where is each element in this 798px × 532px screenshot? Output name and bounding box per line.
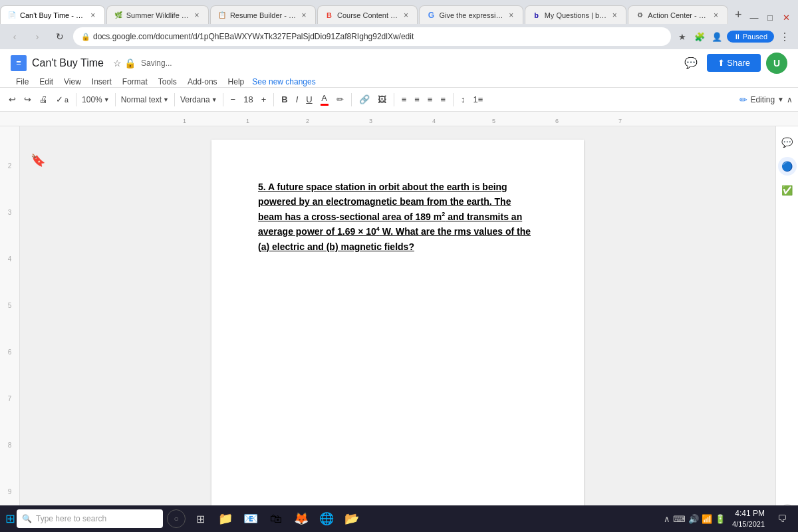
taskbar-clock[interactable]: 4:41 PM 4/15/2021 <box>730 508 767 529</box>
align-right-button[interactable]: ≡ <box>424 90 436 109</box>
tab-close-1[interactable]: × <box>88 11 98 20</box>
back-button[interactable]: ‹ <box>5 27 24 46</box>
menu-help[interactable]: Help <box>223 75 250 88</box>
menu-format[interactable]: Format <box>117 75 153 88</box>
tab-close-2[interactable]: × <box>192 11 201 20</box>
document-area: 🔖 5. A future space station in orbit abo… <box>20 126 775 532</box>
profile-icon[interactable]: 👤 <box>710 29 724 44</box>
list-numbered-button[interactable]: 1≡ <box>470 90 487 109</box>
windows-start-button[interactable]: ⊞ <box>5 511 15 526</box>
taskbar-firefox[interactable]: 🦊 <box>289 507 313 531</box>
font-size-input[interactable]: 18 <box>240 90 256 109</box>
underline-button[interactable]: U <box>303 90 315 109</box>
app-header: ≡ Can't Buy Time ☆ 🔒 Saving... 💬 ⬆ Share… <box>0 49 798 88</box>
taskbar-search-box[interactable]: 🔍 Type here to search <box>17 509 163 528</box>
editing-arrow[interactable]: ▼ <box>777 96 784 103</box>
right-sidebar: 💬 🔵 ✅ + <box>775 126 798 532</box>
font-size-increase[interactable]: + <box>258 90 270 109</box>
italic-button[interactable]: I <box>293 90 302 109</box>
tab-resume-builder[interactable]: 📋 Resume Builder - P... × <box>210 5 316 24</box>
font-select[interactable]: Verdana ▼ <box>179 91 219 108</box>
undo-button[interactable]: ↩ <box>5 90 19 109</box>
tab-cant-buy-time[interactable]: 📄 Can't Buy Time - G... × <box>0 5 105 24</box>
align-center-button[interactable]: ≡ <box>411 90 423 109</box>
refresh-button[interactable]: ↻ <box>51 27 69 46</box>
highlight-button[interactable]: ✏ <box>333 90 347 109</box>
spell-check-button[interactable]: ✓a <box>53 90 72 109</box>
taskbar-file-explorer[interactable]: 📁 <box>213 507 237 531</box>
extension-icon[interactable]: 🧩 <box>692 29 707 44</box>
comment-button[interactable]: 💬 <box>680 53 702 74</box>
forward-button[interactable]: › <box>28 27 47 46</box>
taskbar-search-placeholder: Type here to search <box>36 514 106 523</box>
taskbar-task-view[interactable]: ⊞ <box>188 507 212 531</box>
tab-close-4[interactable]: × <box>401 11 410 20</box>
tab-action-center[interactable]: ⚙ Action Center - O... × <box>628 5 728 24</box>
menu-addons[interactable]: Add-ons <box>182 75 223 88</box>
minimize-button[interactable]: — <box>747 11 761 24</box>
editing-label[interactable]: Editing <box>750 95 775 104</box>
taskbar-chrome[interactable]: 🌐 <box>315 507 338 531</box>
close-window-button[interactable]: ✕ <box>779 11 793 24</box>
margin-num-7: 8 <box>8 439 12 485</box>
power-icon[interactable]: 🔋 <box>715 514 726 524</box>
lock-icon[interactable]: 🔒 <box>124 58 136 68</box>
taskbar-folder[interactable]: 📂 <box>340 507 364 531</box>
zoom-select[interactable]: 100% ▼ <box>80 91 111 108</box>
tab-close-5[interactable]: × <box>507 11 516 20</box>
redo-button[interactable]: ↪ <box>21 90 35 109</box>
network-icon[interactable]: 📶 <box>702 514 712 524</box>
align-left-button[interactable]: ≡ <box>398 90 410 109</box>
tab-close-7[interactable]: × <box>712 11 721 20</box>
menu-tools[interactable]: Tools <box>153 75 182 88</box>
see-new-changes-link[interactable]: See new changes <box>252 77 315 86</box>
tab-favicon-3: 📋 <box>217 11 227 20</box>
document-title[interactable]: Can't Buy Time <box>32 57 104 69</box>
ruler-mark-7: 7 <box>618 118 622 124</box>
ruler-mark-4: 4 <box>432 118 436 124</box>
taskbar-store[interactable]: 🛍 <box>264 507 288 531</box>
history-sidebar-icon[interactable]: 🔵 <box>778 157 797 176</box>
font-size-decrease[interactable]: − <box>227 90 239 109</box>
new-tab-button[interactable]: + <box>730 5 747 24</box>
volume-icon[interactable]: 🔊 <box>688 514 699 524</box>
browser-menu-button[interactable]: ⋮ <box>777 31 793 43</box>
chat-sidebar-icon[interactable]: 💬 <box>778 133 797 152</box>
tab-close-3[interactable]: × <box>299 11 309 20</box>
bold-button[interactable]: B <box>278 90 291 109</box>
cortana-button[interactable]: ○ <box>167 509 186 528</box>
menu-insert[interactable]: Insert <box>86 75 117 88</box>
image-button[interactable]: 🖼 <box>374 90 390 109</box>
font-color-button[interactable]: A <box>317 90 332 109</box>
print-button[interactable]: 🖨 <box>36 90 51 109</box>
line-spacing-button[interactable]: ↕ <box>458 90 469 109</box>
tab-my-questions[interactable]: b My Questions | ba... × <box>525 5 627 24</box>
tray-up-arrow[interactable]: ∧ <box>664 514 670 524</box>
tab-summer-wildlife[interactable]: 🌿 Summer Wildlife P... × <box>106 5 209 24</box>
share-button[interactable]: ⬆ Share <box>707 54 761 72</box>
menu-edit[interactable]: Edit <box>34 75 59 88</box>
keyboard-icon[interactable]: ⌨ <box>673 514 686 524</box>
tab-favicon-2: 🌿 <box>114 11 123 20</box>
tab-close-6[interactable]: × <box>610 11 619 20</box>
expand-icon[interactable]: ∧ <box>787 95 793 104</box>
document-page[interactable]: 5. A future space station in orbit about… <box>211 140 584 519</box>
tab-title-3: Resume Builder - P... <box>230 11 297 19</box>
notification-center-button[interactable]: 🗨 <box>771 507 793 531</box>
star-icon[interactable]: ☆ <box>113 58 122 68</box>
taskbar-mail[interactable]: 📧 <box>239 507 263 531</box>
maximize-button[interactable]: □ <box>763 11 777 24</box>
tab-give-expression[interactable]: G Give the expressio... × <box>419 5 523 24</box>
link-button[interactable]: 🔗 <box>356 90 373 109</box>
user-avatar[interactable]: U <box>766 53 787 74</box>
menu-view[interactable]: View <box>59 75 86 88</box>
justify-button[interactable]: ≡ <box>437 90 449 109</box>
check-sidebar-icon[interactable]: ✅ <box>778 181 797 200</box>
style-select[interactable]: Normal text ▼ <box>120 91 170 108</box>
menu-file[interactable]: File <box>11 75 34 88</box>
address-input[interactable]: 🔒 docs.google.com/document/d/1pQhEBaWXYW… <box>73 27 671 46</box>
tab-course-content[interactable]: B Course Content –... × <box>317 5 418 24</box>
bookmark-icon[interactable]: ★ <box>675 29 690 44</box>
paused-button[interactable]: ⏸ Paused <box>727 31 774 43</box>
ruler-mark-1: 1 <box>246 118 249 124</box>
